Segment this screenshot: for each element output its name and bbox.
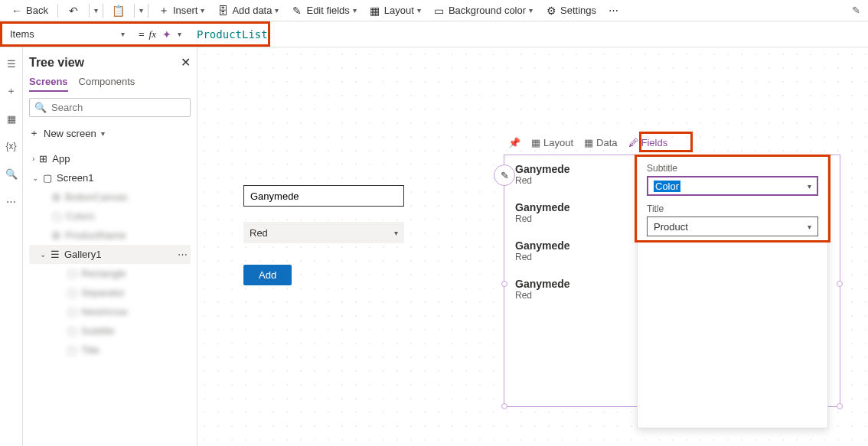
gear-icon: ⚙ (545, 5, 557, 17)
form-card: Red ▾ Add (243, 185, 404, 285)
subtitle-select[interactable]: Color ▾ (647, 176, 818, 196)
close-icon[interactable]: ✕ (181, 55, 191, 70)
edit-pencil-icon[interactable]: ✎ (852, 5, 860, 16)
ganymede-input[interactable] (243, 185, 404, 207)
chevron-down-icon: ▾ (121, 30, 125, 38)
chevron-down-icon: ▾ (808, 223, 811, 231)
new-screen-label: New screen (44, 128, 96, 139)
more-rail-icon[interactable]: ⋯ (5, 194, 18, 208)
gallery-icon: ☰ (51, 249, 60, 260)
tree-item-blurred[interactable]: ▢Separator (29, 283, 191, 302)
property-name: Items (10, 28, 34, 40)
database-icon: 🗄 (217, 5, 229, 17)
property-select[interactable]: Items ▾ (2, 24, 132, 44)
edit-fields-label: Edit fields (306, 5, 349, 16)
vars-rail-icon[interactable]: {x} (5, 139, 18, 153)
settings-label: Settings (560, 5, 596, 16)
undo-icon: ↶ (67, 5, 80, 17)
tree-item-app[interactable]: › ⊞ App (29, 149, 191, 168)
color-dropdown[interactable]: Red ▾ (243, 222, 404, 243)
search-icon: 🔍 (34, 102, 47, 113)
title-value: Product (654, 221, 688, 233)
resize-handle[interactable] (837, 403, 843, 409)
undo-button[interactable]: ↶ (63, 3, 84, 18)
tree-list: › ⊞ App ⌄ ▢ Screen1 ⊞ButtonCanvas ▢Color… (29, 149, 191, 360)
tree-view-icon[interactable]: ☰ (5, 57, 18, 70)
tree-label: Screen1 (57, 172, 93, 184)
subtitle-value: Color (654, 181, 680, 192)
add-button[interactable]: Add (243, 265, 292, 285)
layout-label: Layout (384, 5, 414, 16)
formula-value[interactable]: ProductList (188, 28, 268, 41)
back-arrow-icon: ← (11, 5, 23, 17)
app-icon: ⊞ (39, 153, 47, 164)
tree-search[interactable]: 🔍 (29, 98, 191, 117)
fx-label: fx (149, 28, 156, 41)
fields-tab-highlight (639, 132, 693, 152)
paste-button[interactable]: 📋 (108, 3, 129, 18)
chevron-down-icon: ▾ (394, 229, 398, 237)
chevron-down-icon[interactable]: ▾ (94, 6, 98, 15)
tree-item-blurred[interactable]: ▢NextArrow (29, 302, 191, 321)
separator (134, 4, 135, 18)
pin-icon[interactable]: 📌 (508, 137, 520, 148)
formula-bar: Items ▾ = fx ✦ ▾ ProductList (0, 21, 868, 47)
chevron-down-icon: ▾ (275, 6, 279, 15)
separator (89, 4, 90, 18)
resize-handle[interactable] (501, 281, 507, 287)
chevron-down-icon: ⌄ (40, 250, 46, 259)
fields-icon: 🖉 (628, 137, 638, 148)
tree-item-blurred[interactable]: ▢Rectangle (29, 264, 191, 283)
chevron-down-icon: ▾ (101, 129, 105, 138)
separator (103, 4, 103, 18)
title-select[interactable]: Product ▾ (647, 216, 818, 236)
left-rail: ☰ ＋ ▦ {x} 🔍 ⋯ (0, 47, 23, 446)
tree-item-blurred[interactable]: ▢Title (29, 340, 191, 360)
gallery-edit-icon[interactable]: ✎ (494, 164, 515, 186)
chevron-down-icon: ▾ (353, 6, 357, 15)
gal-tab-layout[interactable]: ▦Layout (531, 137, 573, 148)
dd-value: Red (250, 227, 268, 239)
tree-item-blurred[interactable]: ⊞ButtonCanvas (29, 187, 191, 207)
tree-item-screen1[interactable]: ⌄ ▢ Screen1 (29, 168, 191, 187)
search-input[interactable] (51, 102, 185, 113)
more-icon[interactable]: ⋯ (178, 249, 188, 260)
copilot-icon[interactable]: ✦ (161, 28, 173, 41)
insert-button[interactable]: ＋ Insert ▾ (153, 3, 210, 18)
chevron-down-icon[interactable]: ▾ (178, 30, 181, 38)
new-screen-button[interactable]: ＋ New screen ▾ (29, 123, 191, 143)
add-data-button[interactable]: 🗄 Add data ▾ (212, 3, 283, 18)
settings-button[interactable]: ⚙ Settings (540, 3, 601, 18)
tab-components[interactable]: Components (79, 76, 135, 92)
plus-icon: ＋ (29, 126, 39, 140)
tree-item-blurred[interactable]: ▢Colors (29, 207, 191, 226)
bgcolor-button[interactable]: ▭ Background color ▾ (429, 3, 537, 18)
resize-handle[interactable] (501, 403, 507, 409)
data-rail-icon[interactable]: ▦ (5, 112, 18, 125)
resize-handle[interactable] (837, 281, 843, 287)
search-rail-icon[interactable]: 🔍 (5, 167, 18, 181)
layout-icon: ▦ (531, 137, 540, 148)
more-button[interactable]: ⋯ (604, 3, 623, 18)
insert-rail-icon[interactable]: ＋ (5, 84, 18, 98)
screen-icon: ▢ (43, 172, 52, 184)
chevron-down-icon[interactable]: ▾ (139, 6, 143, 15)
tree-label: App (52, 153, 70, 164)
chevron-right-icon: › (32, 155, 34, 163)
back-button[interactable]: ← Back (6, 3, 53, 18)
tree-item-blurred[interactable]: ▢Subtitle (29, 321, 191, 340)
edit-fields-button[interactable]: ✎ Edit fields ▾ (286, 3, 361, 18)
subtitle-label: Subtitle (647, 163, 818, 174)
bgcolor-label: Background color (449, 5, 526, 16)
tab-screens[interactable]: Screens (29, 76, 68, 92)
tree-label: Gallery1 (64, 249, 101, 260)
tree-tabs: Screens Components (29, 76, 191, 92)
tree-item-blurred[interactable]: ⊞ProductName (29, 226, 191, 245)
gal-tab-data[interactable]: ▦Data (584, 137, 617, 148)
separator (148, 4, 148, 18)
chevron-down-icon: ▾ (201, 6, 204, 15)
layout-button[interactable]: ▦ Layout ▾ (364, 3, 426, 18)
title-label: Title (647, 203, 818, 214)
tree-header: Tree view ✕ (29, 55, 191, 70)
tree-item-gallery1[interactable]: ⌄ ☰ Gallery1 ⋯ (29, 245, 191, 264)
